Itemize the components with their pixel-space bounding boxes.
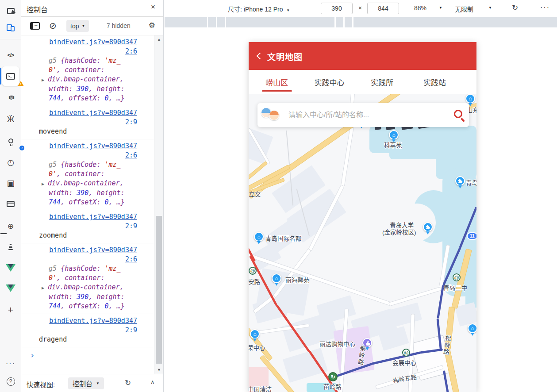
map-metro-station-icon[interactable]: @ <box>453 273 461 281</box>
console-log-row: bindEvent.js?v=890d3472:6g5 {hashCode: '… <box>21 139 154 210</box>
media-query-segment[interactable] <box>217 17 225 27</box>
map-route-shield[interactable]: 11 <box>467 232 476 240</box>
map-label: 科萃苑 <box>384 140 402 149</box>
performance-gauge-icon[interactable]: ◷ <box>0 155 21 170</box>
preview-token: hashCode <box>65 57 96 65</box>
sources-code-icon[interactable]: </> <box>0 48 21 63</box>
search-input[interactable] <box>288 108 430 122</box>
log-source-link[interactable]: bindEvent.js?v=890d347 <box>21 108 137 118</box>
media-query-segment[interactable] <box>208 17 216 27</box>
network-icon[interactable]: ·))) <box>3 88 18 109</box>
console-sidebar-icon[interactable] <box>30 22 40 30</box>
chevron-down-icon: ▼ <box>439 6 442 10</box>
gear-icon[interactable]: ⚙ <box>149 21 155 30</box>
preview-token: , …} <box>108 198 124 206</box>
console-prompt[interactable]: › <box>21 347 154 360</box>
tab-实践站[interactable]: 实践站 <box>408 70 461 94</box>
media-query-segment[interactable] <box>336 17 343 27</box>
map-metro-station-icon[interactable]: @ <box>249 267 257 275</box>
more-options-icon[interactable]: ··· <box>540 4 550 12</box>
map-poi-building-icon[interactable]: ⌂ <box>254 232 264 242</box>
close-icon[interactable]: × <box>151 3 155 12</box>
throttle-selector[interactable]: 无限制 <box>455 4 473 13</box>
rotate-device-icon[interactable]: ↻ <box>125 378 131 388</box>
back-chevron-icon[interactable] <box>257 53 264 60</box>
media-query-segment[interactable] <box>353 17 557 27</box>
viewport-height-input[interactable] <box>367 3 399 14</box>
device-emulation-icon[interactable] <box>0 20 21 35</box>
log-source-line-link[interactable]: 2:9 <box>21 222 137 231</box>
tab-崂山区[interactable]: 崂山区 <box>250 70 303 94</box>
debugger-bug-icon[interactable]: Ӝ <box>0 112 21 127</box>
media-query-segment[interactable] <box>165 17 207 27</box>
preview-token: , <box>57 66 65 74</box>
quick-view-selector[interactable]: 控制台 ▼ <box>68 377 104 389</box>
log-source-link[interactable]: bindEvent.js?v=890d347 <box>21 38 137 47</box>
viewport-width-input[interactable] <box>321 3 353 14</box>
preview-token: g5 <box>49 265 61 273</box>
vue-devtools-icon-2[interactable] <box>0 281 21 296</box>
collapse-chevron-icon[interactable]: ∧ <box>150 379 155 385</box>
tab-实践所[interactable]: 实践所 <box>356 70 408 94</box>
media-query-segment[interactable] <box>345 17 352 27</box>
map-metro-interchange-icon[interactable]: ↻ <box>328 372 338 381</box>
log-source-link[interactable]: bindEvent.js?v=890d347 <box>21 142 137 151</box>
map-poi-building-icon[interactable]: ⌂ <box>468 323 476 333</box>
help-icon[interactable]: ? <box>0 374 21 389</box>
log-source-link[interactable]: bindEvent.js?v=890d347 <box>21 212 137 222</box>
console-object-preview[interactable]: g5 {hashCode: 'mz_0', container: ▶div.bm… <box>49 264 154 311</box>
media-query-segment[interactable] <box>226 17 334 27</box>
context-label: top <box>70 23 79 30</box>
zoom-selector[interactable]: 88% <box>414 4 426 12</box>
log-source-link[interactable]: bindEvent.js?v=890d347 <box>21 316 137 326</box>
tab-label: 实践站 <box>423 77 446 88</box>
console-object-preview[interactable]: g5 {hashCode: 'mz_0', container: ▶div.bm… <box>49 160 154 207</box>
preview-token: div.bmap-container <box>48 179 120 187</box>
tab-实践中心[interactable]: 实践中心 <box>303 70 356 94</box>
map-poi-building-icon[interactable]: ⌂ <box>272 273 281 283</box>
map-poi-graduation-cap-icon[interactable] <box>423 222 433 232</box>
map-poi-building-icon[interactable]: ⌂ <box>465 94 475 104</box>
scroll-up-icon[interactable]: ▲ <box>154 37 164 42</box>
log-source-line-link[interactable]: 2:9 <box>21 118 137 127</box>
console-object-preview[interactable]: g5 {hashCode: 'mz_0', container: ▶div.bm… <box>49 56 154 103</box>
map-poi-graduation-cap-icon[interactable] <box>455 176 465 186</box>
more-tools-icon[interactable]: ··· <box>0 356 21 371</box>
lighthouse-icon[interactable] <box>0 239 21 254</box>
inspect-element-icon[interactable] <box>0 4 21 19</box>
expand-triangle-icon[interactable]: ▶ <box>42 179 48 188</box>
context-selector[interactable]: top ▼ <box>66 20 89 32</box>
scroll-down-icon[interactable]: ▼ <box>154 368 164 372</box>
map-canvas[interactable]: ⌂山东头⌂科萃苑路立交⌂青岛国际名都青岛大学(金家岭校区)青岛11@安路⌂丽海馨… <box>249 42 476 392</box>
map-poi-building-icon[interactable]: ⌂ <box>389 130 399 140</box>
expand-triangle-icon[interactable]: ▶ <box>42 283 48 292</box>
scrollbar-thumb[interactable] <box>156 216 162 364</box>
device-selector[interactable]: 尺寸: iPhone 12 Pro ▼ <box>228 4 290 13</box>
application-window-icon[interactable] <box>0 196 21 211</box>
console-scrollbar[interactable]: ▲ ▼ <box>154 35 163 374</box>
app-title: 文明地图 <box>267 50 303 62</box>
preview-token: , <box>120 75 124 83</box>
issues-lightbulb-icon[interactable]: i <box>0 133 21 148</box>
device-toolbar: 尺寸: iPhone 12 Pro ▼ × 88% ▼ 无限制 ▼ ↻ ··· <box>164 0 557 17</box>
memory-chip-icon[interactable]: ▣ <box>0 176 21 191</box>
log-source-line-link[interactable]: 2:6 <box>21 47 137 56</box>
network-conditions-globe-icon[interactable]: ⊕ <box>0 219 21 234</box>
search-icon[interactable] <box>454 110 462 118</box>
map-metro-station-icon[interactable]: @ <box>402 349 410 357</box>
preview-token: hashCode <box>65 265 96 273</box>
log-source-line-link[interactable]: 2:9 <box>21 326 137 335</box>
log-source-line-link[interactable]: 2:6 <box>21 255 137 264</box>
log-source-line-link[interactable]: 2:6 <box>21 151 137 160</box>
map-label: 苗岭路 <box>323 382 342 391</box>
add-panel-plus-icon[interactable]: + <box>0 303 21 318</box>
expand-triangle-icon[interactable]: ▶ <box>42 75 48 85</box>
log-source-link[interactable]: bindEvent.js?v=890d347 <box>21 246 137 255</box>
rotate-device-icon[interactable]: ↻ <box>512 3 518 12</box>
map-poi-building-icon[interactable]: ⌂ <box>250 329 260 339</box>
console-panel: 控制台 × ⊘ top ▼ 7 hidden ⚙ bindEvent.js?v=… <box>21 0 164 392</box>
media-query-bar[interactable] <box>164 17 557 27</box>
clear-console-icon[interactable]: ⊘ <box>49 20 57 31</box>
console-panel-icon[interactable]: >_ <box>0 69 21 84</box>
vue-devtools-icon[interactable] <box>0 260 21 275</box>
